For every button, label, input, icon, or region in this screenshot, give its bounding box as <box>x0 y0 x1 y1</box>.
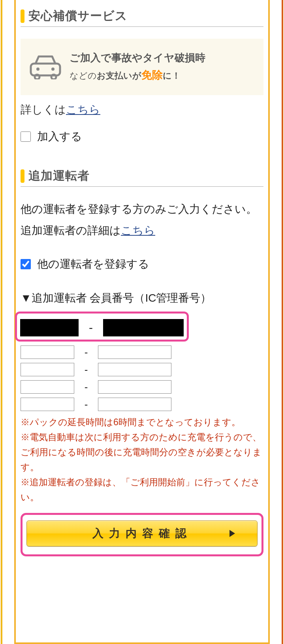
dash: - <box>89 321 93 334</box>
callout-line2-c: 免除 <box>141 69 163 81</box>
car-icon <box>28 53 62 81</box>
member-row: - <box>21 363 263 376</box>
member-number-label: ▼追加運転者 会員番号（IC管理番号） <box>21 287 263 308</box>
svg-point-1 <box>35 75 39 79</box>
note-2: ※電気自動車は次に利用する方のために充電を行うので、ご利用になる時間の後に充電時… <box>21 430 263 475</box>
svg-point-4 <box>51 68 55 71</box>
heading-accent-bar <box>21 9 24 23</box>
member-row-highlighted: - <box>15 312 189 342</box>
heading-accent-bar <box>21 169 24 183</box>
insurance-join-checkbox[interactable] <box>21 131 31 142</box>
svg-rect-0 <box>31 64 60 75</box>
member-field-a[interactable] <box>21 345 74 359</box>
dash: - <box>82 381 90 393</box>
note-3: ※追加運転者の登録は、「ご利用開始前」に行ってください。 <box>21 475 263 505</box>
section-heading-insurance: 安心補償サービス <box>21 8 263 27</box>
note-1: ※パックの延長時間は6時間までとなっております。 <box>21 415 263 430</box>
insurance-join-row[interactable]: 加入する <box>21 129 263 144</box>
callout-line2: などのお支払いが免除に！ <box>70 66 205 84</box>
member-row: - <box>21 345 263 359</box>
member-row1-field-a-redacted[interactable] <box>20 319 79 336</box>
svg-point-2 <box>51 75 56 79</box>
register-driver-checkbox[interactable] <box>21 259 31 269</box>
register-driver-label: 他の運転者を登録する <box>37 257 149 272</box>
confirm-button-label: 入力内容確認 <box>92 526 192 541</box>
member-row: - <box>21 398 263 411</box>
confirm-button[interactable]: 入力内容確認 <box>26 520 258 546</box>
callout-line2-b: お支払いが <box>97 71 141 81</box>
notes-block: ※パックの延長時間は6時間までとなっております。 ※電気自動車は次に利用する方の… <box>21 415 263 505</box>
member-field-b[interactable] <box>98 398 171 411</box>
heading-driver-title: 追加運転者 <box>28 168 90 184</box>
callout-line1: ご加入で事故やタイヤ破損時 <box>70 50 205 66</box>
register-driver-row[interactable]: 他の運転者を登録する <box>21 257 263 272</box>
confirm-highlight-frame: 入力内容確認 <box>21 513 263 556</box>
member-field-a[interactable] <box>21 363 74 376</box>
member-row: - <box>21 380 263 394</box>
member-field-b[interactable] <box>98 345 171 359</box>
dash: - <box>82 346 90 359</box>
insurance-callout-text: ご加入で事故やタイヤ破損時 などのお支払いが免除に！ <box>70 50 205 84</box>
insurance-detail-link[interactable]: こちら <box>66 103 100 116</box>
dash: - <box>82 398 90 411</box>
svg-point-3 <box>36 68 39 71</box>
insurance-join-label: 加入する <box>37 129 82 144</box>
insurance-callout: ご加入で事故やタイヤ破損時 などのお支払いが免除に！ <box>21 39 263 95</box>
member-field-a[interactable] <box>21 398 74 411</box>
member-field-b[interactable] <box>98 380 171 394</box>
driver-detail-link[interactable]: こちら <box>121 224 155 237</box>
heading-insurance-title: 安心補償サービス <box>28 8 128 24</box>
driver-intro-text: 他の運転者を登録する方のみご入力ください。追加運転者の詳細はこちら <box>21 199 263 240</box>
member-field-a[interactable] <box>21 380 74 394</box>
section-heading-driver: 追加運転者 <box>21 168 263 187</box>
callout-line2-d: に！ <box>163 71 181 81</box>
callout-line2-a: などの <box>70 71 97 81</box>
member-row1-field-b-redacted[interactable] <box>103 319 184 336</box>
insurance-detail-row: 詳しくはこちら <box>21 102 263 117</box>
detail-prefix: 詳しくは <box>21 103 66 116</box>
chevron-right-icon <box>229 530 235 537</box>
dash: - <box>82 364 90 376</box>
member-rows-group: - - - - <box>21 345 263 411</box>
member-field-b[interactable] <box>98 363 171 376</box>
